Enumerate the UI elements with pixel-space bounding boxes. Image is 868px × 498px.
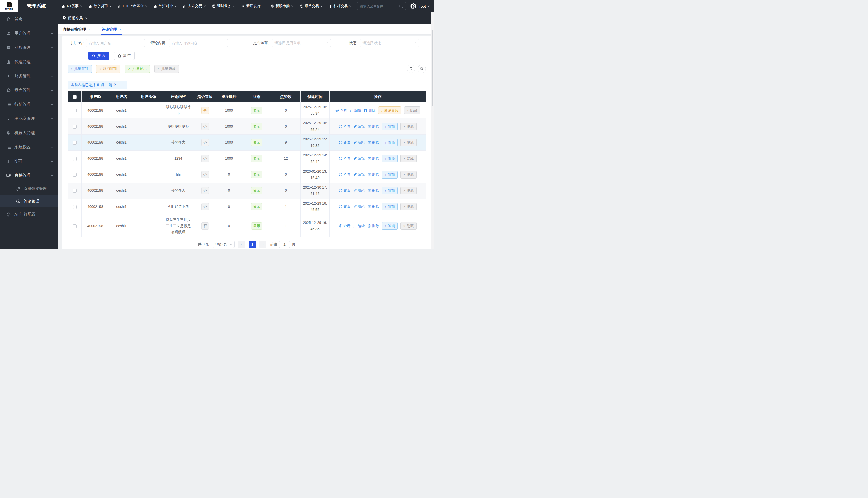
view-link[interactable]: 查看 [339,224,350,228]
hide-button[interactable]: ×隐藏 [400,139,417,146]
hide-button[interactable]: ×隐藏 [400,123,417,130]
sidebar-item-live-link-management[interactable]: 直播链接管理 [0,183,58,195]
nav-item-etf[interactable]: ETF上市基金 [118,4,148,8]
nav-item-n-stock[interactable]: N+股票 [62,4,82,8]
edit-link[interactable]: 编辑 [353,205,365,209]
next-page-button[interactable]: › [259,241,267,248]
page-size-select[interactable]: 10条/页 [213,241,234,248]
delete-link[interactable]: 删除 [368,124,379,129]
prev-page-button[interactable]: ‹ [238,241,245,248]
row-checkbox[interactable] [73,189,77,193]
edit-link[interactable]: 编辑 [353,224,365,228]
edit-link[interactable]: 编辑 [353,189,365,193]
refresh-button[interactable] [407,65,415,73]
column-search-button[interactable] [418,65,426,73]
pin-button[interactable]: ↑置顶 [382,171,398,179]
sidebar-item-nft[interactable]: NFT [0,154,58,168]
view-link[interactable]: 查看 [339,124,350,129]
user-menu[interactable]: root [410,2,430,10]
hide-button[interactable]: ×隐藏 [400,155,417,162]
sidebar-item-home[interactable]: 首页 [0,12,58,26]
row-checkbox[interactable] [73,224,77,228]
nav-item-ipo[interactable]: 新股申购 [270,4,293,8]
row-checkbox[interactable] [73,125,77,129]
sidebar-item-comment-management[interactable]: 评论管理 [0,195,58,207]
close-icon[interactable]: × [119,28,121,31]
delete-link[interactable]: 删除 [368,156,379,161]
edit-link[interactable]: 编辑 [350,108,361,113]
row-checkbox[interactable] [73,157,77,161]
delete-link[interactable]: 删除 [368,172,379,177]
sidebar-item-robot-management[interactable]: 机器人管理 [0,126,58,140]
tab-live-link-management[interactable]: 直播链接管理 × [63,24,90,35]
delete-link[interactable]: 删除 [368,224,379,228]
selection-clear-link[interactable]: 清 空 [108,83,117,88]
row-checkbox[interactable] [73,173,77,177]
row-checkbox[interactable] [73,108,77,112]
select-all-checkbox[interactable] [73,95,77,99]
unpin-button[interactable]: ↓取消置顶 [378,106,401,114]
sidebar-item-live-management[interactable]: 直播管理 [0,168,58,183]
nav-item-digital-currency[interactable]: 数字货币 [89,4,112,8]
sidebar-item-ai-qa-config[interactable]: AI 问答配置 [0,207,58,222]
delete-link[interactable]: 删除 [368,205,379,209]
delete-link[interactable]: 删除 [368,141,379,145]
tab-comment-management[interactable]: 评论管理 × [102,24,121,35]
nav-item-copy-trading[interactable]: 跟单交易 [300,4,322,8]
sidebar-item-agent-management[interactable]: 代理管理 [0,55,58,69]
batch-hide-button[interactable]: × 批量隐藏 [154,65,179,73]
pin-button[interactable]: ↑置顶 [382,123,398,130]
sidebar-item-options-management[interactable]: 期权管理 [0,41,58,55]
nav-item-forex-hedge[interactable]: 外汇对冲 [154,4,177,8]
view-link[interactable]: 查看 [339,205,350,209]
scrollbar-thumb[interactable] [432,30,434,106]
edit-link[interactable]: 编辑 [353,172,365,177]
pin-button[interactable]: ↑置顶 [382,187,398,195]
hide-button[interactable]: ×隐藏 [404,106,420,114]
menu-search-input[interactable] [360,4,399,8]
edit-link[interactable]: 编辑 [353,124,365,129]
close-icon[interactable]: × [88,28,90,31]
view-link[interactable]: 查看 [339,189,350,193]
sidebar-item-user-management[interactable]: 用户管理 [0,26,58,41]
nav-item-wealth[interactable]: 理财业务 [212,4,235,8]
nav-item-leverage[interactable]: 杠杆交易 [329,4,352,8]
breadcrumb[interactable]: 币币交易 [63,16,87,21]
pinned-select[interactable]: 请选择 是否置顶 [271,39,331,47]
status-select[interactable]: 请选择 状态 [360,39,419,47]
hide-button[interactable]: ×隐藏 [400,187,417,195]
sidebar-item-board-management[interactable]: 盘面管理 [0,83,58,97]
view-link[interactable]: 查看 [335,108,347,113]
hide-button[interactable]: ×隐藏 [400,222,417,230]
row-checkbox[interactable] [73,205,77,209]
nav-item-block-trade[interactable]: 大宗交易 [183,4,206,8]
batch-show-button[interactable]: ✓ 批量显示 [125,65,150,73]
view-link[interactable]: 查看 [339,156,350,161]
pin-button[interactable]: ↑置顶 [382,203,398,210]
batch-pin-button[interactable]: ↑ 批量置顶 [67,65,92,73]
current-page[interactable]: 1 [249,241,256,248]
view-link[interactable]: 查看 [339,141,350,145]
hide-button[interactable]: ×隐藏 [400,203,417,210]
sidebar-item-acceptor-management[interactable]: 承兑商管理 [0,112,58,126]
app-logo[interactable]: T TURING [0,0,18,12]
delete-link[interactable]: 删除 [364,108,375,113]
search-button[interactable]: 搜 索 [88,52,109,60]
batch-unpin-button[interactable]: ↓ 取消置顶 [96,65,120,73]
delete-link[interactable]: 删除 [368,189,379,193]
sidebar-item-system-settings[interactable]: 系统设置 [0,140,58,154]
sidebar-item-market-management[interactable]: 行情管理 [0,97,58,112]
pin-button[interactable]: ↑置顶 [382,155,398,162]
pin-button[interactable]: ↑置顶 [382,139,398,146]
edit-link[interactable]: 编辑 [353,141,365,145]
pin-button[interactable]: ↑置顶 [382,222,398,230]
sidebar-item-finance-management[interactable]: ★ 财务管理 [0,69,58,83]
edit-link[interactable]: 编辑 [353,156,365,161]
nav-item-new-coin[interactable]: 新币发行 [241,4,264,8]
view-link[interactable]: 查看 [339,172,350,177]
row-checkbox[interactable] [73,141,77,145]
username-input[interactable] [89,41,142,45]
hide-button[interactable]: ×隐藏 [400,171,417,179]
clear-button[interactable]: 清 空 [114,52,135,60]
page-scrollbar[interactable] [431,12,434,249]
